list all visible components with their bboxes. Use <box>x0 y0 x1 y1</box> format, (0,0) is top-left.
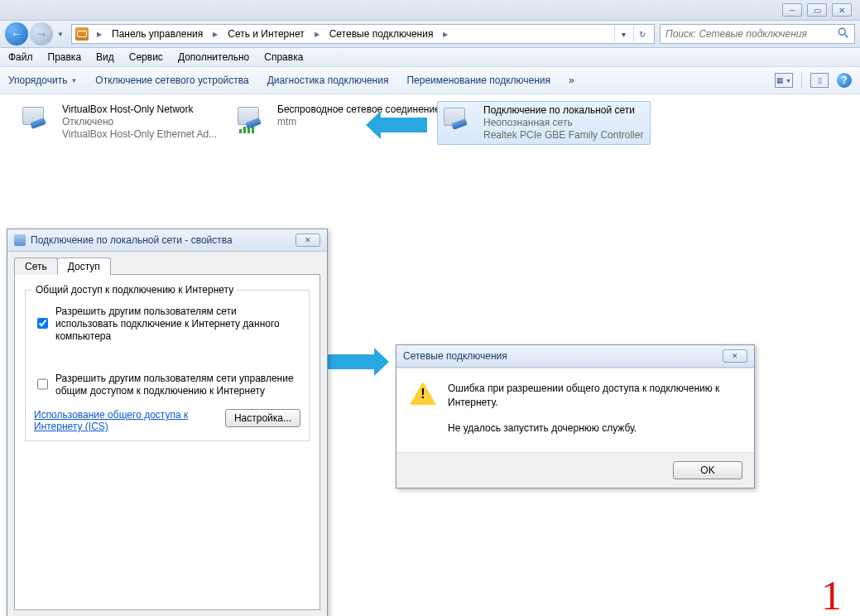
ics-group: Общий доступ к подключению к Интернету Р… <box>25 290 310 441</box>
organize-button[interactable]: Упорядочить▼ <box>8 75 77 86</box>
error-titlebar: Сетевые подключения ✕ <box>396 345 754 368</box>
dialog-title: Подключение по локальной сети - свойства <box>31 234 233 246</box>
command-bar: Упорядочить▼ Отключение сетевого устройс… <box>0 67 860 94</box>
tab-content: Общий доступ к подключению к Интернету Р… <box>14 274 320 610</box>
help-icon[interactable]: ? <box>837 73 852 88</box>
connection-title: Подключение по локальной сети <box>483 104 643 117</box>
wireless-icon <box>234 103 269 133</box>
tab-network[interactable]: Сеть <box>14 257 58 275</box>
svg-line-1 <box>845 35 848 38</box>
checkbox-label: Разрешить другим пользователям сети упра… <box>55 373 300 397</box>
history-dropdown[interactable]: ▼ <box>55 22 66 46</box>
menu-edit[interactable]: Правка <box>48 51 82 63</box>
window-titlebar: ─ ▭ ✕ <box>0 0 860 21</box>
ics-help-link[interactable]: Использование общего доступа к Интернету… <box>34 409 199 432</box>
crumb-network-connections[interactable]: Сетевые подключения <box>328 28 435 40</box>
crumb-network-internet[interactable]: Сеть и Интернет <box>226 28 305 40</box>
error-footer: OK <box>396 453 754 488</box>
network-location-icon <box>75 27 89 41</box>
chevron-right-icon: ▶ <box>208 31 223 38</box>
diagnose-button[interactable]: Диагностика подключения <box>267 75 389 86</box>
error-ok-button[interactable]: OK <box>673 461 742 479</box>
crumb-control-panel[interactable]: Панель управления <box>110 28 204 40</box>
menu-view[interactable]: Вид <box>96 51 114 63</box>
error-close-button[interactable]: ✕ <box>723 349 747 363</box>
menu-service[interactable]: Сервис <box>129 51 163 63</box>
connections-pane: VirtualBox Host-Only Network Отключено V… <box>0 94 860 616</box>
address-bar-row: ← → ▼ ▶ Панель управления ▶ Сеть и Интер… <box>0 21 860 48</box>
connection-icon <box>14 234 26 246</box>
properties-dialog: Подключение по локальной сети - свойства… <box>7 229 328 616</box>
connection-status: Отключено <box>62 116 217 128</box>
search-icon <box>838 27 851 41</box>
annotation-number: 1 <box>821 571 842 616</box>
address-dropdown-icon[interactable]: ▾ <box>614 26 632 42</box>
connection-status: Неопознанная сеть <box>483 117 643 129</box>
connection-item-virtualbox[interactable]: VirtualBox Host-Only Network Отключено V… <box>17 101 228 143</box>
close-button[interactable]: ✕ <box>832 3 852 17</box>
rename-button[interactable]: Переименование подключения <box>406 75 550 86</box>
separator <box>801 73 802 88</box>
connection-item-local-selected[interactable]: Подключение по локальной сети Неопознанн… <box>437 101 651 145</box>
menu-file[interactable]: Файл <box>8 51 33 63</box>
error-title: Сетевые подключения <box>403 350 507 362</box>
explorer-window: ─ ▭ ✕ ← → ▼ ▶ Панель управления ▶ Сеть и… <box>0 0 860 616</box>
chevron-right-icon: ▶ <box>438 31 453 38</box>
error-line-1: Ошибка при разрешении общего доступа к п… <box>448 382 741 410</box>
chevron-right-icon: ▶ <box>92 31 107 38</box>
svg-point-0 <box>838 28 845 35</box>
allow-sharing-checkbox[interactable] <box>37 306 48 340</box>
preview-pane-icon[interactable]: ▯ <box>810 73 829 88</box>
connection-title: Беспроводное сетевое соединение <box>277 103 440 116</box>
more-commands[interactable]: » <box>569 75 574 86</box>
refresh-icon[interactable]: ↻ <box>633 26 651 42</box>
allow-sharing-checkbox-row[interactable]: Разрешить другим пользователям сети испо… <box>34 306 300 343</box>
ethernet-icon <box>440 104 475 134</box>
breadcrumb-bar[interactable]: ▶ Панель управления ▶ Сеть и Интернет ▶ … <box>71 24 655 44</box>
error-body: Ошибка при разрешении общего доступа к п… <box>396 368 754 453</box>
maximize-button[interactable]: ▭ <box>807 3 827 17</box>
back-button[interactable]: ← <box>5 22 28 46</box>
minimize-button[interactable]: ─ <box>782 3 802 17</box>
group-label: Общий доступ к подключению к Интернету <box>32 284 237 296</box>
dialog-titlebar: Подключение по локальной сети - свойства… <box>7 229 327 252</box>
menu-help[interactable]: Справка <box>264 51 303 63</box>
warning-icon <box>410 382 436 408</box>
allow-control-checkbox[interactable] <box>37 373 48 395</box>
search-input[interactable] <box>664 27 838 41</box>
connection-title: VirtualBox Host-Only Network <box>62 103 217 116</box>
dialog-close-button[interactable]: ✕ <box>295 233 320 247</box>
disable-device-button[interactable]: Отключение сетевого устройства <box>95 75 248 86</box>
error-line-2: Не удалось запустить дочернюю службу. <box>448 421 741 436</box>
connection-device: VirtualBox Host-Only Ethernet Ad... <box>62 128 217 141</box>
menu-bar: Файл Правка Вид Сервис Дополнительно Спр… <box>0 48 860 67</box>
settings-button[interactable]: Настройка... <box>225 409 300 427</box>
forward-button[interactable]: → <box>30 22 53 46</box>
ethernet-icon <box>19 103 54 133</box>
menu-extra[interactable]: Дополнительно <box>178 51 249 63</box>
checkbox-label: Разрешить другим пользователям сети испо… <box>55 306 300 343</box>
view-options-icon[interactable]: ▦▼ <box>775 73 793 88</box>
tab-strip: Сеть Доступ <box>7 252 327 274</box>
annotation-arrow-1 <box>377 118 427 132</box>
signal-bars-icon <box>239 122 254 133</box>
chevron-right-icon: ▶ <box>310 31 324 38</box>
connection-device: Realtek PCIe GBE Family Controller <box>483 129 643 142</box>
error-dialog: Сетевые подключения ✕ Ошибка при разреше… <box>396 344 755 488</box>
allow-control-checkbox-row[interactable]: Разрешить другим пользователям сети упра… <box>34 373 300 397</box>
search-box[interactable] <box>660 24 855 44</box>
tab-access[interactable]: Доступ <box>57 257 111 275</box>
